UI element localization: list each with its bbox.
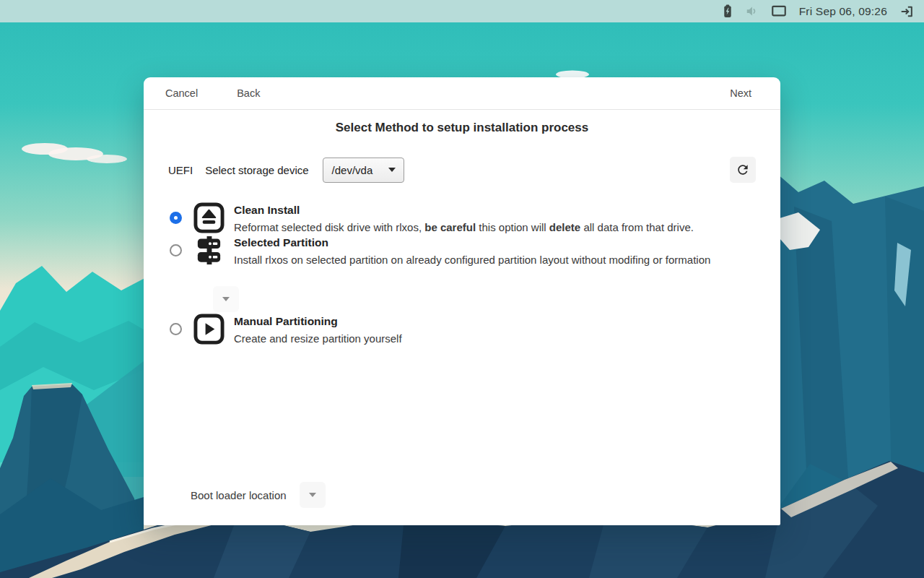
dialog-spacer	[144, 345, 780, 482]
panel-clock[interactable]: Fri Sep 06, 09:26	[799, 5, 887, 18]
option-title: Clean Install	[234, 204, 694, 217]
option-description: Create and resize partition yourself	[234, 332, 402, 346]
option-text: Selected Partition Install rlxos on sele…	[234, 235, 710, 267]
storage-device-select[interactable]: /dev/vda	[323, 158, 404, 183]
option-text: Manual Partitioning Create and resize pa…	[234, 314, 402, 346]
option-clean-install[interactable]: Clean Install Reformat selected disk dri…	[168, 202, 756, 235]
option-manual-partitioning[interactable]: Manual Partitioning Create and resize pa…	[168, 314, 756, 346]
option-selected-partition[interactable]: Selected Partition Install rlxos on sele…	[168, 235, 756, 267]
slideshow-icon	[193, 314, 225, 345]
install-method-options: Clean Install Reformat selected disk dri…	[144, 202, 780, 345]
installer-dialog: Cancel Back Next Select Method to setup …	[144, 77, 780, 525]
radio-clean-install[interactable]	[170, 212, 182, 224]
eject-icon	[193, 202, 225, 233]
cancel-button[interactable]: Cancel	[159, 85, 204, 102]
storage-device-label: Select storage device	[205, 164, 308, 176]
storage-stack-icon	[193, 235, 225, 266]
chevron-down-icon	[388, 168, 396, 172]
top-panel: Fri Sep 06, 09:26	[0, 0, 924, 22]
chevron-down-icon	[309, 493, 316, 497]
option-description: Reformat selected disk drive with rlxos,…	[234, 221, 694, 235]
option-text: Clean Install Reformat selected disk dri…	[234, 202, 694, 235]
volume-icon[interactable]	[745, 4, 759, 18]
storage-device-value: /dev/vda	[332, 164, 373, 176]
refresh-devices-button[interactable]	[730, 157, 756, 183]
chevron-down-icon	[222, 297, 230, 301]
radio-selected-partition[interactable]	[170, 244, 182, 256]
storage-device-row: UEFI Select storage device /dev/vda	[144, 157, 780, 183]
battery-charging-icon[interactable]	[723, 4, 732, 19]
option-selected-partition-block: Selected Partition Install rlxos on sele…	[168, 235, 756, 312]
bootloader-location-select[interactable]	[300, 482, 326, 508]
partition-select[interactable]	[213, 286, 239, 312]
radio-manual-partitioning[interactable]	[170, 323, 182, 335]
firmware-mode-label: UEFI	[168, 164, 193, 176]
dialog-header: Cancel Back Next	[144, 77, 780, 110]
bootloader-label: Boot loader location	[191, 489, 287, 501]
logout-icon[interactable]	[900, 4, 915, 19]
option-title: Manual Partitioning	[234, 315, 402, 328]
display-icon[interactable]	[772, 5, 786, 17]
bootloader-row: Boot loader location	[144, 482, 780, 525]
next-button[interactable]: Next	[723, 85, 758, 102]
refresh-icon	[736, 163, 750, 177]
option-title: Selected Partition	[234, 236, 710, 249]
option-description: Install rlxos on selected partition on a…	[234, 254, 710, 267]
page-title: Select Method to setup installation proc…	[144, 121, 780, 135]
back-button[interactable]: Back	[230, 85, 266, 102]
